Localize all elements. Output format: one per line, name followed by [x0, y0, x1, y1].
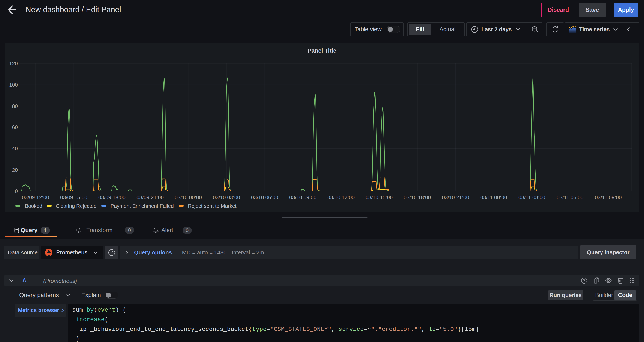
svg-text:03/09 15:00: 03/09 15:00 [60, 194, 88, 200]
svg-text:120: 120 [9, 61, 18, 66]
svg-text:03/09 18:00: 03/09 18:00 [98, 194, 126, 200]
svg-text:03/09 12:00: 03/09 12:00 [22, 194, 49, 200]
svg-text:03/11 03:00: 03/11 03:00 [518, 194, 545, 200]
svg-text:03/11 09:00: 03/11 09:00 [595, 194, 622, 200]
svg-text:60: 60 [12, 124, 18, 130]
svg-text:03/10 18:00: 03/10 18:00 [404, 194, 431, 200]
svg-text:100: 100 [9, 82, 18, 88]
svg-text:03/10 21:00: 03/10 21:00 [442, 194, 469, 200]
svg-text:80: 80 [12, 103, 18, 109]
svg-text:03/11 06:00: 03/11 06:00 [556, 194, 583, 200]
svg-text:03/10 09:00: 03/10 09:00 [289, 194, 316, 200]
svg-text:0: 0 [15, 188, 18, 194]
svg-text:03/10 15:00: 03/10 15:00 [366, 194, 393, 200]
svg-text:03/10 00:00: 03/10 00:00 [174, 194, 202, 200]
svg-text:20: 20 [12, 167, 18, 173]
svg-text:03/10 03:00: 03/10 03:00 [213, 194, 240, 200]
svg-text:03/11 00:00: 03/11 00:00 [480, 194, 507, 200]
svg-text:03/09 21:00: 03/09 21:00 [136, 194, 164, 200]
svg-text:40: 40 [12, 146, 18, 151]
svg-text:03/10 12:00: 03/10 12:00 [327, 194, 354, 200]
svg-text:03/10 06:00: 03/10 06:00 [251, 194, 278, 200]
